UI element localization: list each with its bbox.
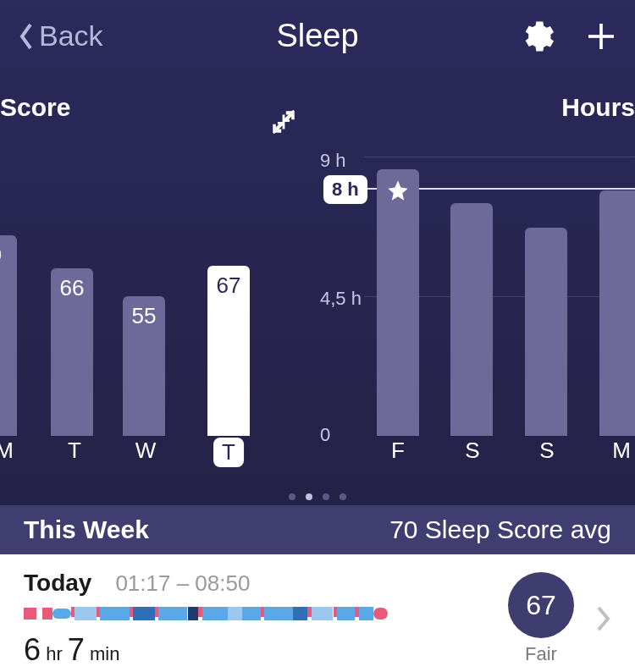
day-label: S [539,438,554,464]
y-tick: 4,5 h [320,288,362,310]
hours-chart: 9 h 4,5 h 0 8 h [322,157,635,436]
stripe-segment [188,607,199,620]
stripe-segment [359,607,373,620]
day-label: W [135,438,157,464]
score-column: 67 Fair [508,572,574,665]
score-chart: 9665567 [0,157,288,436]
duration: 6 hr 7 min [24,632,508,668]
today-title: Today [24,570,91,597]
back-label: Back [39,19,103,52]
goal-badge: 8 h [323,175,367,204]
score-bar: 66 [51,268,93,436]
hours-bar [525,228,567,436]
header-actions [520,19,618,53]
day-label: M [0,438,14,464]
sleep-stripe [24,607,388,620]
page-indicator [289,493,346,500]
pager-dot[interactable] [289,493,295,500]
hours-bar [377,169,419,436]
score-tab-label: Score [0,93,70,122]
star-icon [386,179,410,202]
stripe-segment [202,607,228,620]
stripe-segment [100,607,129,620]
week-label: This Week [24,515,149,544]
stripe-segment [337,607,356,620]
score-bar: 9 [0,235,17,436]
today-left: Today 01:17 – 08:50 6 hr 7 min [24,570,508,668]
pager-dot[interactable] [323,493,329,500]
stripe-segment [264,607,293,620]
back-button[interactable]: Back [17,19,103,52]
pager-wrap [0,487,635,505]
chart-subheaders: Score Hours [0,93,635,122]
score-bar: 67 [207,266,250,436]
header-bar: Back Sleep [0,0,635,72]
stripe-segment [373,608,388,620]
stripe-segment [228,607,242,620]
hours-bar [450,203,493,436]
plus-icon[interactable] [584,19,618,53]
page-title: Sleep [276,18,358,54]
score-label: Fair [525,643,557,665]
day-axis: MTWTFSSM [0,438,635,471]
stripe-segment [158,607,187,620]
pager-dot[interactable] [340,493,346,500]
day-label: F [391,438,405,464]
chevron-left-icon [17,21,34,52]
stripe-segment [75,607,97,620]
summary-bar: This Week 70 Sleep Score avg [0,505,635,554]
stripe-segment [293,607,307,620]
hours-bar [599,190,635,436]
day-label: T [68,438,81,464]
stripe-segment [312,607,334,620]
today-range: 01:17 – 08:50 [115,570,250,597]
pager-dot[interactable] [306,493,312,500]
day-label: T [213,438,244,467]
gear-icon[interactable] [520,19,554,53]
day-label: M [612,438,631,464]
score-circle: 67 [508,572,574,638]
expand-icon[interactable] [269,107,298,136]
stripe-segment [24,608,36,620]
y-tick: 9 h [320,150,346,172]
stripe-segment [242,607,261,620]
stripe-segment [52,609,71,619]
today-card[interactable]: Today 01:17 – 08:50 6 hr 7 min 67 Fair [0,554,635,672]
stripe-segment [133,607,155,620]
score-bar: 55 [123,296,165,436]
stripe-segment [42,608,53,620]
day-label: S [465,438,479,464]
avg-label: 70 Sleep Score avg [389,515,611,544]
chart-area[interactable]: Score Hours 9665567 9 h 4,5 h 0 8 h MTWT… [0,72,635,487]
chevron-right-icon [596,605,611,632]
hours-tab-label: Hours [561,93,635,122]
